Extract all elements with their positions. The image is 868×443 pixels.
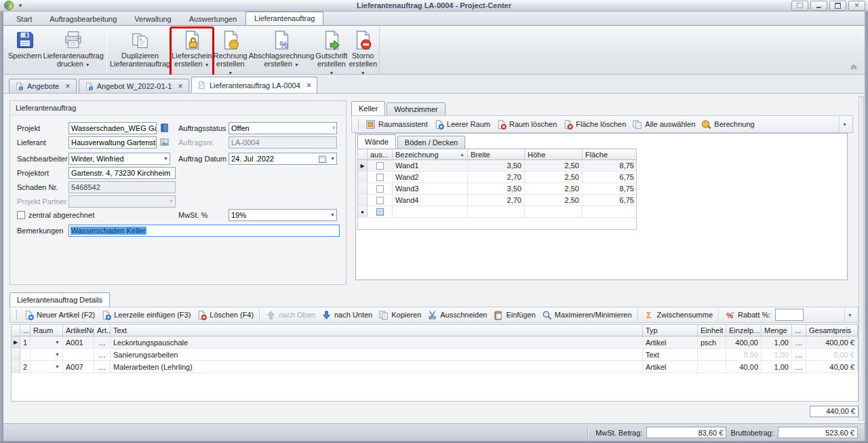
walls-column-header-bezeichnung[interactable]: Bezeichnung▲ [393,149,468,160]
bemerkungen-field[interactable]: Wasserschaden Keller [68,225,340,237]
row-selector[interactable]: ▶ [12,336,20,349]
quick-access-arrow-icon[interactable]: ▼ [18,3,23,9]
typ-cell[interactable]: Artikel [643,361,698,373]
room-tab-wohnzimmer[interactable]: Wohnzimmer [387,102,446,115]
row-selector[interactable] [12,361,20,373]
details-column-header-menge[interactable]: Menge [762,325,792,336]
walls-column-header-aus[interactable]: aus... [368,149,393,160]
chevron-down-icon[interactable]: ▼ [55,352,60,357]
toolbar-button-l-schen-f4[interactable]: Löschen (F4) [194,309,256,322]
toolbar-button-fl-che-l-schen[interactable]: Fläche löschen [560,118,629,131]
mwst-dropdown[interactable]: 19%▼ [229,209,337,221]
sachbearbeiter-dropdown[interactable]: Winter, Winfried▼ [68,153,170,165]
menge-cell[interactable]: 1,00 [762,349,792,361]
toolbar-button-zwischensumme[interactable]: ΣZwischensumme [642,309,716,322]
raum-cell[interactable]: ▼ [31,349,63,361]
toolbar-button-ausschneiden[interactable]: Ausschneiden [425,309,490,322]
toolbar-button-rabatt[interactable]: %Rabatt %: [722,309,773,322]
artikel-picker-cell[interactable]: … [94,336,111,349]
row-selector[interactable]: ▶ [358,160,368,172]
details-column-header-artikelnr[interactable]: ArtikelNr. [63,325,94,336]
ribbon-button-lieferantenauftrag-drucken[interactable]: Lieferantenauftrag drucken ▼ [43,28,104,77]
tab-lieferantenauftrag-details[interactable]: Lieferantenauftrag Details [9,292,110,307]
row-ellipsis-cell[interactable]: … [792,336,806,349]
close-tab-icon[interactable]: ✕ [65,83,71,90]
artikelnr-cell[interactable] [63,349,94,361]
row-selector[interactable] [358,195,368,206]
ellipsis-button[interactable]: … [795,363,803,371]
details-column-header-einheit[interactable]: Einheit [698,325,726,336]
bezeichnung-cell[interactable]: Wand1 [393,160,468,172]
breite-cell[interactable]: 2,70 [468,195,525,206]
bezeichnung-cell[interactable]: Wand2 [393,172,468,183]
projektort-field[interactable]: Gartenstr. 4, 73230 Kirchheim [68,167,176,179]
einheit-cell[interactable] [698,361,726,373]
pos-cell[interactable]: 1 [20,336,31,349]
row-selector[interactable] [358,172,368,183]
walls-new-row[interactable]: ● [358,206,636,218]
typ-cell[interactable]: Text [643,349,698,361]
select-cell[interactable] [368,160,393,172]
flaeche-cell[interactable]: 8,75 [583,160,637,172]
einzelpreis-cell[interactable]: 400,00 [726,336,762,349]
toolbar-overflow-button[interactable]: ▼ [844,307,855,322]
artikelnr-cell[interactable]: A001 [63,336,94,349]
ellipsis-button[interactable]: … [98,351,106,359]
projekt-dropdown[interactable]: Wasserschaden_WEG Garte...▼ [68,122,157,134]
document-tab-lieferantenauftrag-la-0004[interactable]: Lieferantenauftrag LA-0004✕ [191,77,317,93]
ellipsis-button[interactable]: … [98,339,106,347]
hoehe-cell[interactable]: 2,50 [525,160,583,172]
details-column-header-art[interactable]: Art... [94,325,111,336]
text-cell[interactable]: Leckortungspauschale [111,336,643,349]
close-tab-icon[interactable]: ✕ [307,82,312,89]
breite-cell[interactable]: 3,50 [468,160,525,172]
toolbar-button-kopieren[interactable]: Kopieren [376,309,424,322]
select-cell[interactable] [368,172,393,183]
bezeichnung-cell[interactable]: Wand3 [393,183,468,195]
row-ellipsis-cell[interactable]: … [792,349,806,361]
row-selector[interactable] [12,349,20,361]
menge-cell[interactable]: 1,00 [762,336,792,349]
row-checkbox[interactable] [376,174,384,181]
breite-cell[interactable]: 3,50 [468,183,525,195]
gesamtpreis-cell[interactable]: 400,00 € [806,336,858,349]
walls-column-header-h-he[interactable]: Höhe [525,149,583,160]
ellipsis-button[interactable]: … [98,363,106,371]
zentral-abgerechnet-checkbox[interactable] [17,211,25,219]
typ-cell[interactable]: Artikel [643,336,698,349]
fullscreen-button[interactable] [791,1,808,11]
einheit-cell[interactable]: psch [698,336,726,349]
ribbon-button-speichern[interactable]: Speichern [7,28,43,77]
details-column-header-gesamtpreis[interactable]: Gesamtpreis [806,325,858,336]
artikelnr-cell[interactable]: A007 [63,361,94,373]
pos-cell[interactable]: 2 [20,361,31,373]
artikel-picker-cell[interactable]: … [94,361,111,373]
ellipsis-button[interactable]: … [795,339,803,347]
ribbon-button-lieferschein-erstellen[interactable]: Lieferschein erstellen ▼ [171,28,212,77]
pos-cell[interactable] [20,349,31,361]
row-checkbox[interactable] [376,185,384,193]
details-column-header-text[interactable]: Text [111,325,643,336]
raum-cell[interactable]: ▼ [31,336,63,349]
hoehe-cell[interactable]: 2,50 [525,183,583,195]
ribbon-tab-auswertungen[interactable]: Auswertungen [180,12,245,25]
details-column-header-einzelp[interactable]: Einzelp... [726,325,762,336]
auftrag-datum-field[interactable]: 24. Jul .2022▼ [229,153,337,165]
toolbar-button-berechnung[interactable]: Berechnung [698,118,757,131]
ribbon-button-rechnung-erstellen[interactable]: Rechnung erstellen ▼ [213,28,248,77]
ribbon-button-abschlagsrechnung-erstellen[interactable]: %Abschlagsrechnung erstellen ▼ [248,28,315,77]
einheit-cell[interactable] [698,349,726,361]
ribbon-button-duplizieren-lieferantenauftrag[interactable]: Duplizieren Lieferantenauftrag [109,28,171,77]
surface-tab-b-den-decken[interactable]: Böden / Decken [397,136,465,149]
menge-cell[interactable]: 1,00 [762,361,792,373]
einzelpreis-cell[interactable]: 40,00 [726,361,762,373]
ribbon-button-gutschrift-erstellen[interactable]: Gutschrift erstellen ▼ [315,28,348,77]
text-cell[interactable]: Malerarbeiten (Lehrling) [111,361,643,373]
flaeche-cell[interactable]: 8,75 [583,183,637,195]
ellipsis-button[interactable]: … [795,351,803,359]
rabatt-input[interactable] [775,309,804,321]
toolbar-button-leerzeile-einf-gen-f3[interactable]: Leerzeile einfügen (F3) [98,309,193,322]
hoehe-cell[interactable]: 2,50 [525,195,583,206]
gesamtpreis-cell[interactable]: 0,00 € [806,349,858,361]
close-tab-icon[interactable]: ✕ [178,83,183,90]
